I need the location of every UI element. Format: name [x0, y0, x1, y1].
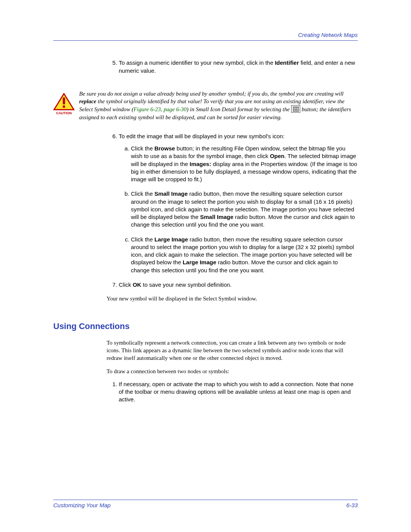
open-label: Open [270, 153, 284, 159]
caution-bold-replace: replace [79, 98, 96, 104]
page: Creating Network Maps To assign a numeri… [0, 0, 411, 532]
footer-left: Customizing Your Map [53, 502, 111, 509]
header-rule [53, 40, 358, 41]
svg-text:CAUTION: CAUTION [56, 111, 72, 115]
step-6b: Click the Small Image radio button, then… [131, 190, 358, 228]
step-6: To edit the image that will be displayed… [119, 133, 358, 274]
svg-rect-1 [63, 97, 65, 104]
s7-p1: Click [119, 281, 133, 288]
step-5: To assign a numeric identifier to your n… [119, 59, 358, 75]
step-5-text-a: To assign a numeric identifier to your n… [119, 59, 275, 66]
steps-6-7-block: To edit the image that will be displayed… [107, 133, 358, 303]
page-footer: Customizing Your Map 6-33 [53, 500, 358, 509]
step-5-block: To assign a numeric identifier to your n… [107, 59, 358, 75]
connections-step-1: If necessary, open or activate the map t… [119, 380, 358, 404]
browse-label: Browse [155, 145, 175, 152]
large-image-label-2: Large Image [183, 259, 216, 265]
using-connections-heading: Using Connections [53, 321, 358, 332]
connections-para2: To draw a connection between two nodes o… [107, 367, 358, 375]
using-connections-body: To symbolically represent a network conn… [107, 339, 358, 404]
small-icon-detail-button-icon [291, 105, 300, 113]
step-7: Click OK to save your new symbol definit… [119, 281, 358, 289]
page-number: 6-33 [346, 502, 358, 509]
footer-rule [53, 500, 358, 500]
ok-label: OK [133, 281, 142, 288]
s7-p2: to save your new symbol definition. [141, 281, 232, 288]
caution-seg1: Be sure you do not assign a value alread… [79, 91, 344, 97]
small-image-label-1: Small Image [155, 190, 188, 197]
s6a-p1: Click the [131, 145, 155, 152]
images-label: Images: [190, 161, 211, 167]
s6c-p1: Click the [131, 236, 155, 243]
s6b-p1: Click the [131, 190, 155, 197]
connections-para1: To symbolically represent a network conn… [107, 339, 358, 362]
running-header: Creating Network Maps [53, 31, 358, 40]
step-6a: Click the Browse button; in the resultin… [131, 145, 358, 183]
closing-sentence: Your new symbol will be displayed in the… [107, 295, 358, 302]
caution-icon: CAUTION [53, 90, 79, 116]
figure-xref-link[interactable]: Figure 6-23, page 6-30 [134, 106, 186, 112]
caution-text: Be sure you do not assign a value alread… [79, 90, 358, 121]
step-6c: Click the Large Image radio button, then… [131, 236, 358, 274]
small-image-label-2: Small Image [200, 214, 234, 220]
caution-seg3: ) in Small Icon Detail format by selecti… [186, 106, 291, 112]
large-image-label-1: Large Image [155, 236, 188, 243]
step-6-intro: To edit the image that will be displayed… [119, 133, 285, 139]
caution-block: CAUTION Be sure you do not assign a valu… [53, 90, 358, 121]
svg-rect-2 [63, 105, 65, 108]
identifier-field-label: Identifier [275, 59, 299, 66]
